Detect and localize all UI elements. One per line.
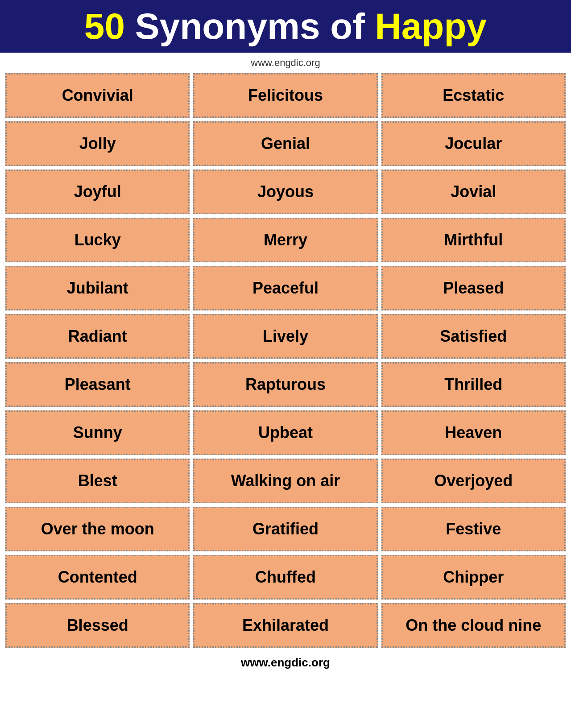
word-cell: Ecstatic <box>381 73 566 118</box>
word-text: Over the moon <box>41 520 154 538</box>
word-cell: Jolly <box>5 121 190 166</box>
word-text: On the cloud nine <box>405 616 541 635</box>
word-text: Chuffed <box>255 568 316 587</box>
word-cell: Heaven <box>381 410 566 455</box>
word-cell: Thrilled <box>381 362 566 407</box>
word-text: Genial <box>261 134 310 153</box>
header-number: 50 <box>84 6 125 46</box>
word-cell: Over the moon <box>5 507 190 551</box>
word-text: Rapturous <box>245 375 326 394</box>
word-text: Overjoyed <box>434 472 513 490</box>
word-cell: Pleased <box>381 266 566 310</box>
word-cell: Rapturous <box>193 362 377 407</box>
word-cell: Chuffed <box>193 555 377 600</box>
word-text: Thrilled <box>444 375 502 394</box>
word-cell: Upbeat <box>193 410 377 455</box>
word-text: Lively <box>263 327 308 346</box>
word-text: Festive <box>446 520 501 538</box>
word-cell: Exhilarated <box>193 603 377 648</box>
word-cell: Blest <box>5 459 190 503</box>
word-text: Ecstatic <box>443 86 504 105</box>
word-cell: Jocular <box>381 121 566 166</box>
website-url-top: www.engdic.org <box>0 53 571 71</box>
word-cell: Festive <box>381 507 566 551</box>
word-text: Lucky <box>74 231 121 249</box>
word-cell: Lively <box>193 314 377 359</box>
word-cell: Jovial <box>381 170 566 214</box>
word-cell: Lucky <box>5 218 190 262</box>
header-happy: Happy <box>375 6 487 46</box>
word-cell: Sunny <box>5 410 190 455</box>
word-cell: Merry <box>193 218 377 262</box>
word-cell: Contented <box>5 555 190 600</box>
word-text: Mirthful <box>444 231 503 249</box>
word-text: Sunny <box>73 423 122 442</box>
word-text: Jocular <box>445 134 502 153</box>
word-cell: Convivial <box>5 73 190 118</box>
word-text: Upbeat <box>258 423 313 442</box>
word-text: Convivial <box>62 86 133 105</box>
word-cell: Satisfied <box>381 314 566 359</box>
word-cell: On the cloud nine <box>381 603 566 648</box>
word-cell: Joyous <box>193 170 377 214</box>
word-cell: Jubilant <box>5 266 190 310</box>
word-text: Jolly <box>79 134 116 153</box>
word-text: Contented <box>58 568 137 587</box>
word-cell: Blessed <box>5 603 190 648</box>
word-text: Pleasant <box>65 375 131 394</box>
word-text: Gratified <box>252 520 319 538</box>
word-text: Heaven <box>445 423 502 442</box>
word-text: Satisfied <box>440 327 507 346</box>
word-text: Blest <box>78 472 117 490</box>
page-header: 50 Synonyms of Happy <box>0 0 571 53</box>
word-text: Peaceful <box>252 279 319 298</box>
word-text: Joyful <box>74 182 121 201</box>
word-text: Chipper <box>443 568 504 587</box>
word-text: Blessed <box>67 616 128 635</box>
word-text: Felicitous <box>248 86 323 105</box>
word-cell: Pleasant <box>5 362 190 407</box>
word-text: Radiant <box>68 327 127 346</box>
word-cell: Genial <box>193 121 377 166</box>
word-cell: Joyful <box>5 170 190 214</box>
word-cell: Gratified <box>193 507 377 551</box>
header-synonyms: Synonyms of <box>125 6 375 46</box>
word-text: Pleased <box>443 279 504 298</box>
word-cell: Mirthful <box>381 218 566 262</box>
word-cell: Peaceful <box>193 266 377 310</box>
word-text: Merry <box>264 231 307 249</box>
word-cell: Radiant <box>5 314 190 359</box>
word-cell: Felicitous <box>193 73 377 118</box>
website-url-bottom: www.engdic.org <box>0 649 571 677</box>
words-grid: ConvivialFelicitousEcstaticJollyGenialJo… <box>0 71 571 649</box>
word-text: Walking on air <box>231 472 340 490</box>
word-text: Joyous <box>257 182 314 201</box>
word-text: Jubilant <box>67 279 128 298</box>
word-text: Exhilarated <box>242 616 329 635</box>
word-cell: Walking on air <box>193 459 377 503</box>
word-cell: Chipper <box>381 555 566 600</box>
word-text: Jovial <box>451 182 496 201</box>
word-cell: Overjoyed <box>381 459 566 503</box>
